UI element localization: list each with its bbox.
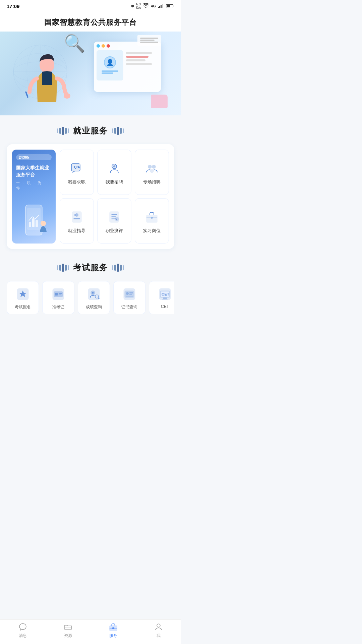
svg-rect-2	[161, 5, 162, 8]
exam-deco-right	[112, 264, 124, 272]
svg-text:Q/A: Q/A	[74, 165, 80, 169]
service-special-recruit[interactable]: 专场招聘	[135, 150, 169, 195]
svg-rect-17	[36, 220, 38, 227]
status-time: 17:09	[7, 3, 19, 9]
network-4g: 4G	[151, 4, 156, 8]
exam-section: 考试服务 考试报名	[0, 256, 181, 351]
signal-bars	[158, 3, 164, 9]
svg-rect-61	[163, 298, 167, 299]
svg-rect-27	[72, 212, 81, 222]
exam-title-wrap: 考试服务	[7, 262, 174, 273]
guidance-icon	[69, 210, 84, 224]
svg-point-11	[64, 93, 70, 99]
exam-title: 考试服务	[73, 262, 108, 273]
exam-card-certificate[interactable]: 证书查询	[113, 281, 145, 314]
service-guidance-label: 就业指导	[68, 228, 85, 234]
group-icon	[144, 161, 159, 176]
title-deco-right	[112, 127, 124, 135]
exam-card-5-label: CET	[161, 304, 169, 309]
internship-icon	[144, 210, 159, 224]
emp-title: 国家大学生就业 服务平台	[16, 164, 52, 178]
svg-rect-32	[111, 214, 117, 215]
exam-card-4-label: 证书查询	[121, 304, 137, 310]
service-job-seek[interactable]: Q/A 我要求职	[60, 150, 94, 195]
emp-illustration	[12, 200, 56, 240]
service-guidance[interactable]: 就业指导	[60, 198, 94, 244]
svg-point-26	[152, 165, 156, 168]
status-bar: 17:09 ✱ 6.9K/s 4G	[0, 0, 181, 12]
svg-point-18	[41, 221, 46, 226]
svg-rect-16	[32, 218, 35, 227]
bluetooth-icon: ✱	[131, 4, 134, 8]
speed-indicator: 6.9K/s	[136, 2, 141, 10]
exam-card-1-label: 考试报名	[15, 304, 31, 310]
service-job-seek-label: 我要求职	[68, 179, 85, 185]
service-career-test[interactable]: i 职业测评	[97, 198, 131, 244]
svg-text:CET: CET	[162, 292, 170, 296]
cet-icon: CET	[158, 287, 172, 302]
svg-rect-43	[55, 293, 58, 296]
svg-point-25	[148, 165, 152, 168]
exam-card-admission[interactable]: 准考证	[42, 281, 74, 314]
app-header: 国家智慧教育公共服务平台	[0, 12, 181, 32]
employment-section: 就业服务 24365 国家大学生就业 服务平台 一 · 职 · 为 · 你	[0, 115, 181, 256]
svg-rect-0	[158, 7, 159, 8]
service-internship-label: 实习岗位	[143, 228, 161, 234]
svg-rect-1	[159, 6, 160, 8]
status-icons: ✱ 6.9K/s 4G	[131, 2, 174, 10]
wifi-icon	[143, 3, 149, 9]
svg-rect-3	[162, 4, 163, 8]
service-recruit[interactable]: 我要招聘	[97, 150, 131, 195]
svg-point-38	[151, 217, 153, 219]
test-icon: i	[107, 210, 122, 224]
exam-card-registration[interactable]: 考试报名	[7, 281, 39, 314]
paper-decoration	[137, 35, 161, 46]
service-grid: Q/A 我要求职 我要招聘	[60, 150, 169, 244]
svg-point-48	[92, 292, 94, 294]
svg-rect-45	[59, 294, 61, 295]
svg-text:i: i	[116, 218, 117, 221]
svg-rect-56	[126, 296, 133, 297]
svg-point-53	[126, 292, 129, 295]
svg-point-29	[74, 214, 76, 216]
title-deco-left	[57, 127, 69, 135]
svg-point-24	[113, 165, 115, 167]
employment-grid: 24365 国家大学生就业 服务平台 一 · 职 · 为 · 你	[7, 144, 174, 249]
svg-rect-62	[162, 299, 168, 300]
hero-banner: 🔍	[0, 32, 181, 115]
exam-card-2-label: 准考证	[52, 304, 64, 310]
service-recruit-label: 我要招聘	[106, 179, 123, 185]
exam-card-3-label: 成绩查询	[86, 304, 102, 310]
svg-point-35	[115, 217, 119, 221]
card-icon	[51, 287, 66, 302]
recruit-icon	[107, 161, 122, 176]
employment-platform-banner[interactable]: 24365 国家大学生就业 服务平台 一 · 职 · 为 · 你	[12, 150, 56, 244]
qa-icon: Q/A	[69, 161, 84, 176]
service-internship[interactable]: 实习岗位	[135, 198, 169, 244]
svg-rect-15	[29, 222, 31, 227]
svg-rect-54	[129, 292, 133, 293]
service-career-test-label: 职业测评	[106, 228, 123, 234]
employment-title-wrap: 就业服务	[7, 125, 174, 136]
star-icon	[15, 287, 30, 302]
screen-illustration: 👤	[94, 42, 168, 102]
person-search-icon	[86, 287, 101, 302]
exam-card-score[interactable]: 成绩查询	[78, 281, 110, 314]
service-special-recruit-label: 专场招聘	[143, 179, 161, 185]
exam-deco-left	[57, 264, 69, 272]
exam-card-cet[interactable]: CET CET	[149, 281, 174, 314]
app-title: 国家智慧教育公共服务平台	[0, 17, 181, 28]
battery-indicator	[166, 4, 174, 8]
magnifier-icon: 🔍	[64, 33, 84, 53]
svg-rect-33	[111, 216, 116, 217]
svg-rect-55	[129, 294, 132, 295]
certificate-icon	[122, 287, 137, 302]
svg-rect-44	[59, 293, 62, 294]
employment-title: 就业服务	[73, 125, 108, 136]
svg-rect-30	[73, 218, 80, 219]
emp-badge: 24365	[16, 154, 52, 160]
emp-subtitle: 一 · 职 · 为 · 你	[16, 180, 52, 191]
exam-cards: 考试报名 准考证	[7, 281, 174, 317]
